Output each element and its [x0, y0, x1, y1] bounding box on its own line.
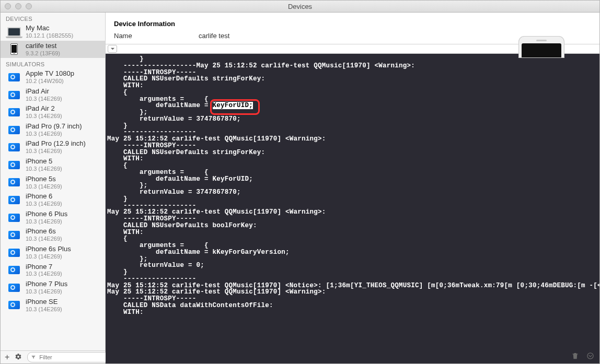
- simulator-icon: [7, 89, 21, 101]
- filter-input[interactable]: [38, 354, 112, 361]
- sidebar-device-row[interactable]: iPhone 5s10.3 (14E269): [1, 174, 105, 192]
- simulator-icon: [7, 282, 21, 293]
- device-subtitle: 10.3 (14E269): [26, 271, 62, 277]
- device-subtitle: 9.3.2 (13F69): [26, 50, 60, 57]
- device-name: iPad Pro (12.9 inch): [26, 140, 86, 148]
- device-subtitle: 10.3 (14E269): [26, 96, 62, 102]
- device-subtitle: 10.3 (14E269): [26, 306, 62, 313]
- sidebar-device-row[interactable]: iPad Air 210.3 (14E269): [1, 103, 105, 121]
- detail-pane: Device Information Name carlife test } -…: [106, 13, 599, 363]
- trash-icon[interactable]: [571, 352, 579, 361]
- sidebar-device-row[interactable]: My Mac10.12.1 (16B2555): [1, 23, 105, 41]
- filter-field[interactable]: [27, 352, 116, 362]
- sidebar-device-row[interactable]: iPad Pro (9.7 inch)10.3 (14E269): [1, 121, 105, 139]
- sidebar-device-row[interactable]: carlife test9.3.2 (13F69): [1, 41, 105, 58]
- window-title: Devices: [1, 3, 599, 10]
- simulator-icon: [7, 107, 21, 118]
- device-name: iPad Air 2: [26, 105, 62, 113]
- sidebar-device-row[interactable]: iPhone 6 Plus10.3 (14E269): [1, 209, 105, 227]
- device-subtitle: 10.3 (14E269): [26, 113, 62, 120]
- device-name: iPhone 5s: [26, 175, 62, 183]
- sidebar-section-header: DEVICES: [1, 13, 105, 23]
- sidebar-device-row[interactable]: iPad Pro (12.9 inch)10.3 (14E269): [1, 138, 105, 156]
- simulator-icon: [7, 177, 21, 188]
- device-subtitle: 10.3 (14E269): [26, 201, 62, 207]
- sidebar-device-row[interactable]: iPhone SE10.3 (14E269): [1, 297, 105, 314]
- console-highlight: KeyForUID;: [213, 102, 253, 109]
- device-subtitle: 10.3 (14E269): [26, 218, 67, 225]
- simulator-icon: [7, 247, 21, 259]
- device-subtitle: 10.3 (14E269): [26, 148, 86, 155]
- device-subtitle: 10.3 (14E269): [26, 183, 62, 190]
- sidebar-device-row[interactable]: iPad Air10.3 (14E269): [1, 86, 105, 104]
- add-button[interactable]: +: [5, 353, 9, 361]
- sidebar-device-row[interactable]: iPhone 6s Plus10.3 (14E269): [1, 244, 105, 262]
- info-label: Name: [114, 32, 199, 40]
- device-name: iPhone 6s: [26, 228, 62, 236]
- device-name: iPhone 7: [26, 263, 62, 271]
- device-name: iPhone SE: [26, 298, 62, 306]
- info-value: carlife test: [199, 32, 229, 40]
- device-info-header: Device Information Name carlife test: [106, 13, 599, 44]
- simulator-icon: [7, 299, 21, 311]
- console-menu-button[interactable]: [108, 45, 117, 53]
- device-name: Apple TV 1080p: [26, 70, 74, 78]
- device-console[interactable]: } ------------------May 25 15:12:52 carl…: [106, 54, 599, 363]
- device-name: iPad Pro (9.7 inch): [26, 123, 82, 131]
- sidebar-device-row[interactable]: iPhone 710.3 (14E269): [1, 262, 105, 279]
- iphone-icon: [7, 43, 21, 55]
- device-name: iPad Air: [26, 88, 62, 96]
- sidebar-device-row[interactable]: Apple TV 1080p10.2 (14W260): [1, 68, 105, 86]
- device-name: iPhone 5: [26, 158, 62, 166]
- settings-gear-icon[interactable]: [15, 353, 22, 362]
- device-subtitle: 10.3 (14E269): [26, 166, 62, 172]
- simulator-icon: [7, 124, 21, 136]
- sidebar-device-row[interactable]: iPhone 510.3 (14E269): [1, 156, 105, 174]
- device-name: carlife test: [26, 42, 60, 50]
- device-subtitle: 10.3 (14E269): [26, 131, 82, 137]
- device-info-title: Device Information: [114, 20, 591, 28]
- window-titlebar: Devices: [1, 1, 599, 13]
- device-subtitle: 10.2 (14W260): [26, 78, 74, 85]
- filter-icon: [31, 355, 36, 360]
- console-footer-actions: [571, 352, 594, 361]
- sidebar-footer: +: [1, 350, 105, 363]
- simulator-icon: [7, 72, 21, 83]
- simulator-icon: [7, 212, 21, 224]
- download-icon[interactable]: [586, 352, 594, 361]
- device-name: iPhone 6 Plus: [26, 210, 67, 218]
- simulator-icon: [7, 142, 21, 153]
- device-subtitle: 10.3 (14E269): [26, 288, 67, 295]
- device-name: iPhone 6s Plus: [26, 245, 71, 253]
- simulator-icon: [7, 229, 21, 241]
- sidebar-device-row[interactable]: iPhone 7 Plus10.3 (14E269): [1, 279, 105, 297]
- mac-icon: [7, 26, 21, 38]
- device-name: iPhone 7 Plus: [26, 280, 67, 288]
- sidebar-device-row[interactable]: iPhone 6s10.3 (14E269): [1, 226, 105, 244]
- device-name: iPhone 6: [26, 193, 62, 201]
- device-subtitle: 10.12.1 (16B2555): [26, 32, 73, 39]
- device-subtitle: 10.3 (14E269): [26, 236, 62, 242]
- sidebar-device-row[interactable]: iPhone 610.3 (14E269): [1, 191, 105, 209]
- simulator-icon: [7, 264, 21, 276]
- simulator-icon: [7, 159, 21, 171]
- simulator-icon: [7, 194, 21, 206]
- device-name: My Mac: [26, 25, 73, 32]
- sidebar-section-header: SIMULATORS: [1, 58, 105, 68]
- device-subtitle: 10.3 (14E269): [26, 253, 71, 260]
- devices-sidebar: DEVICESMy Mac10.12.1 (16B2555)carlife te…: [1, 13, 106, 363]
- device-thumbnail: [519, 37, 564, 57]
